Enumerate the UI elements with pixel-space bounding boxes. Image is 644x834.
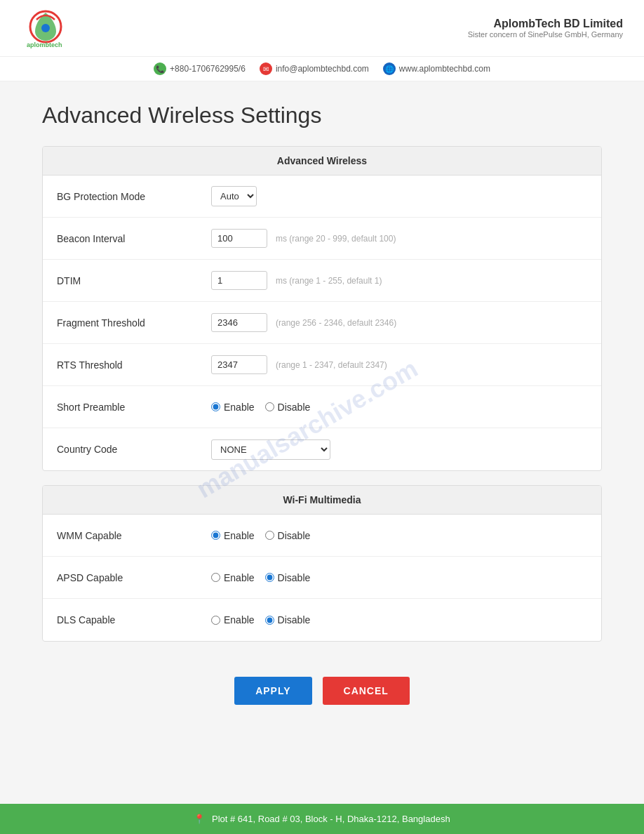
short-preamble-row: Short Preamble Enable Disable bbox=[43, 386, 601, 428]
apsd-capable-radio-group: Enable Disable bbox=[211, 572, 310, 583]
apsd-capable-disable-radio[interactable] bbox=[265, 573, 274, 582]
website-url: www.aplombtechbd.com bbox=[399, 64, 490, 74]
cancel-button[interactable]: CANCEL bbox=[323, 677, 410, 705]
phone-number: +880-1706762995/6 bbox=[170, 64, 246, 74]
rts-threshold-input[interactable] bbox=[211, 355, 267, 374]
fragment-threshold-row: Fragment Threshold (range 256 - 2346, de… bbox=[43, 302, 601, 344]
country-code-content: NONE US EU bbox=[211, 439, 587, 460]
header: aplombtech AplombTech BD Limited Sister … bbox=[0, 0, 644, 57]
bg-protection-content: Auto On Off bbox=[211, 186, 587, 206]
apsd-capable-disable-label[interactable]: Disable bbox=[265, 572, 311, 583]
page-title: Advanced Wireless Settings bbox=[42, 102, 602, 128]
dls-capable-enable-radio[interactable] bbox=[211, 616, 220, 625]
fragment-threshold-input[interactable] bbox=[211, 313, 267, 332]
web-contact: 🌐 www.aplombtechbd.com bbox=[383, 62, 490, 75]
email-contact: ✉ info@aplombtechbd.com bbox=[260, 62, 369, 75]
dls-capable-content: Enable Disable bbox=[211, 614, 587, 626]
dls-capable-enable-label[interactable]: Enable bbox=[211, 614, 255, 626]
footer-address: Plot # 641, Road # 03, Block - H, Dhaka-… bbox=[212, 814, 450, 824]
beacon-interval-row: Beacon Interval ms (range 20 - 999, defa… bbox=[43, 218, 601, 260]
wmm-capable-label: WMM Capable bbox=[57, 530, 211, 541]
short-preamble-radio-group: Enable Disable bbox=[211, 402, 310, 413]
rts-threshold-hint: (range 1 - 2347, default 2347) bbox=[276, 360, 387, 370]
company-sub: Sister concern of SinePulse GmbH, German… bbox=[468, 30, 623, 39]
apsd-capable-enable-radio[interactable] bbox=[211, 573, 220, 582]
apsd-capable-enable-label[interactable]: Enable bbox=[211, 572, 255, 583]
beacon-interval-hint: ms (range 20 - 999, default 100) bbox=[276, 234, 396, 244]
short-preamble-enable-radio[interactable] bbox=[211, 402, 220, 411]
advanced-wireless-header: Advanced Wireless bbox=[43, 147, 601, 176]
dls-capable-row: DLS Capable Enable Disable bbox=[43, 599, 601, 641]
dtim-content: ms (range 1 - 255, default 1) bbox=[211, 271, 587, 290]
dls-capable-disable-text: Disable bbox=[278, 614, 311, 626]
apsd-capable-content: Enable Disable bbox=[211, 572, 587, 583]
wmm-capable-disable-radio[interactable] bbox=[265, 531, 274, 540]
apsd-capable-disable-text: Disable bbox=[278, 572, 311, 583]
content-wrapper: manualsarchive.com Advanced Wireless BG … bbox=[42, 146, 602, 726]
wmm-capable-radio-group: Enable Disable bbox=[211, 530, 310, 541]
dtim-input[interactable] bbox=[211, 271, 267, 290]
logo-icon: aplombtech bbox=[21, 7, 70, 49]
short-preamble-enable-text: Enable bbox=[224, 402, 255, 413]
email-icon: ✉ bbox=[260, 62, 272, 75]
wmm-capable-content: Enable Disable bbox=[211, 530, 587, 541]
wmm-capable-enable-text: Enable bbox=[224, 530, 255, 541]
rts-threshold-label: RTS Threshold bbox=[57, 359, 211, 371]
bg-protection-label: BG Protection Mode bbox=[57, 191, 211, 202]
fragment-threshold-label: Fragment Threshold bbox=[57, 317, 211, 329]
country-code-row: Country Code NONE US EU bbox=[43, 428, 601, 470]
apsd-capable-row: APSD Capable Enable Disable bbox=[43, 557, 601, 599]
beacon-interval-label: Beacon Interval bbox=[57, 233, 211, 244]
dls-capable-disable-label[interactable]: Disable bbox=[265, 614, 311, 626]
company-name: AplombTech BD Limited bbox=[468, 18, 623, 30]
wmm-capable-enable-radio[interactable] bbox=[211, 531, 220, 540]
beacon-interval-input[interactable] bbox=[211, 229, 267, 248]
phone-icon: 📞 bbox=[154, 62, 166, 75]
company-info: AplombTech BD Limited Sister concern of … bbox=[468, 18, 623, 39]
footer: 📍 Plot # 641, Road # 03, Block - H, Dhak… bbox=[0, 804, 644, 834]
footer-location-icon: 📍 bbox=[194, 814, 205, 824]
wmm-capable-disable-text: Disable bbox=[278, 530, 311, 541]
dtim-label: DTIM bbox=[57, 275, 211, 286]
rts-threshold-content: (range 1 - 2347, default 2347) bbox=[211, 355, 587, 374]
logo-area: aplombtech bbox=[21, 7, 70, 49]
short-preamble-label: Short Preamble bbox=[57, 402, 211, 413]
apsd-capable-label: APSD Capable bbox=[57, 572, 211, 583]
country-code-label: Country Code bbox=[57, 444, 211, 455]
svg-point-1 bbox=[41, 24, 50, 32]
web-icon: 🌐 bbox=[383, 62, 396, 75]
fragment-threshold-content: (range 256 - 2346, default 2346) bbox=[211, 313, 587, 332]
advanced-wireless-panel: Advanced Wireless BG Protection Mode Aut… bbox=[42, 146, 602, 471]
bg-protection-select[interactable]: Auto On Off bbox=[211, 186, 257, 206]
dls-capable-radio-group: Enable Disable bbox=[211, 614, 310, 626]
wifi-multimedia-header: Wi-Fi Multimedia bbox=[43, 486, 601, 515]
svg-text:aplombtech: aplombtech bbox=[27, 41, 62, 48]
contact-bar: 📞 +880-1706762995/6 ✉ info@aplombtechbd.… bbox=[0, 57, 644, 81]
dls-capable-enable-text: Enable bbox=[224, 614, 255, 626]
apply-button[interactable]: APPLY bbox=[234, 677, 311, 705]
dtim-row: DTIM ms (range 1 - 255, default 1) bbox=[43, 260, 601, 302]
phone-contact: 📞 +880-1706762995/6 bbox=[154, 62, 246, 75]
dls-capable-label: DLS Capable bbox=[57, 614, 211, 626]
apsd-capable-enable-text: Enable bbox=[224, 572, 255, 583]
country-code-select[interactable]: NONE US EU bbox=[211, 439, 330, 460]
wmm-capable-enable-label[interactable]: Enable bbox=[211, 530, 255, 541]
short-preamble-disable-radio[interactable] bbox=[265, 402, 274, 411]
short-preamble-disable-label[interactable]: Disable bbox=[265, 402, 311, 413]
short-preamble-content: Enable Disable bbox=[211, 402, 587, 413]
email-address: info@aplombtechbd.com bbox=[276, 64, 369, 74]
wifi-multimedia-panel: Wi-Fi Multimedia WMM Capable Enable Disa… bbox=[42, 485, 602, 642]
dls-capable-disable-radio[interactable] bbox=[265, 616, 274, 625]
beacon-interval-content: ms (range 20 - 999, default 100) bbox=[211, 229, 587, 248]
fragment-threshold-hint: (range 256 - 2346, default 2346) bbox=[276, 318, 396, 328]
main-content: Advanced Wireless Settings manualsarchiv… bbox=[0, 81, 644, 804]
short-preamble-enable-label[interactable]: Enable bbox=[211, 402, 255, 413]
wmm-capable-row: WMM Capable Enable Disable bbox=[43, 515, 601, 557]
button-row: APPLY CANCEL bbox=[42, 656, 602, 726]
bg-protection-row: BG Protection Mode Auto On Off bbox=[43, 176, 601, 218]
short-preamble-disable-text: Disable bbox=[278, 402, 311, 413]
wmm-capable-disable-label[interactable]: Disable bbox=[265, 530, 311, 541]
dtim-hint: ms (range 1 - 255, default 1) bbox=[276, 276, 382, 286]
rts-threshold-row: RTS Threshold (range 1 - 2347, default 2… bbox=[43, 344, 601, 386]
